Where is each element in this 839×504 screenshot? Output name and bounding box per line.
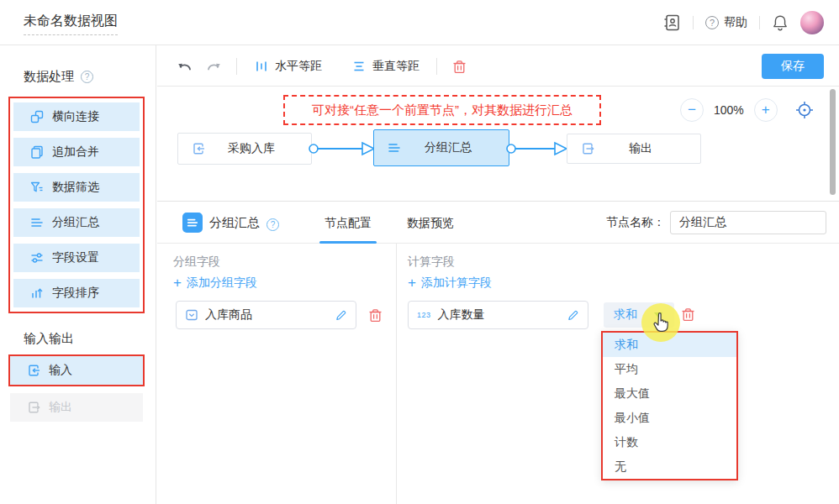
divider xyxy=(236,58,237,75)
sidebar-item-label: 追加合并 xyxy=(52,144,99,160)
group-summary-icon xyxy=(182,213,203,233)
topbar: 未命名数据视图 ? 帮助 xyxy=(0,0,839,45)
select-field-type-icon xyxy=(185,308,198,322)
filter-icon xyxy=(30,181,44,194)
node-label: 分组汇总 xyxy=(401,140,509,155)
input-icon xyxy=(192,142,205,155)
delete-node-button[interactable] xyxy=(450,57,468,76)
aggregation-value: 求和 xyxy=(614,307,637,323)
canvas-toolbar: 水平等距 垂直等距 保存 xyxy=(157,45,839,87)
sidebar-item-label: 字段排序 xyxy=(52,286,99,301)
calc-field-item[interactable]: 123 入库数量 xyxy=(408,301,588,329)
help-button[interactable]: ? 帮助 xyxy=(705,15,747,30)
tab-node-config[interactable]: 节点配置 xyxy=(325,202,372,244)
app-window: 未命名数据视图 ? 帮助 数据处理 ? 横向连接 xyxy=(0,0,839,504)
tab-data-preview[interactable]: 数据预览 xyxy=(407,202,454,244)
locate-icon[interactable] xyxy=(794,100,815,120)
sidebar-item-output-disabled: 输出 xyxy=(10,393,143,422)
sidebar-item-input[interactable]: 输入 xyxy=(10,356,143,385)
calc-fields-title: 计算字段 xyxy=(408,255,455,270)
plus-icon: + xyxy=(408,277,416,289)
zoom-out-button[interactable]: − xyxy=(680,98,704,122)
hand-cursor-icon xyxy=(651,311,671,338)
flow-canvas[interactable]: 可对接“任意一个前置节点”，对其数据进行汇总 − 100% + 采购入库 xyxy=(157,87,839,201)
edit-icon[interactable] xyxy=(567,309,579,322)
topbar-actions: ? 帮助 xyxy=(662,0,824,45)
divider xyxy=(693,16,694,29)
field-sort-icon xyxy=(30,286,44,300)
menu-item-min[interactable]: 最小值 xyxy=(603,406,736,430)
delete-group-field-icon[interactable] xyxy=(368,307,383,326)
vertical-scrollbar[interactable] xyxy=(830,89,836,195)
save-button[interactable]: 保存 xyxy=(762,54,824,79)
help-label: 帮助 xyxy=(724,15,747,30)
section-title-io: 输入输出 xyxy=(24,331,74,347)
address-book-icon[interactable] xyxy=(662,13,681,32)
add-calc-field-button[interactable]: + 添加计算字段 xyxy=(408,276,492,291)
annotation-callout: 可对接“任意一个前置节点”，对其数据进行汇总 xyxy=(283,95,601,125)
sidebar-item-append[interactable]: 追加合并 xyxy=(13,138,140,166)
delete-calc-field-icon[interactable] xyxy=(681,307,695,325)
user-avatar[interactable] xyxy=(800,11,824,34)
redo-button[interactable] xyxy=(204,57,223,76)
sidebar-item-group[interactable]: 分组汇总 xyxy=(13,208,140,237)
output-icon xyxy=(27,401,40,414)
node-label: 采购入库 xyxy=(205,141,311,156)
panel-title: 分组汇总 xyxy=(209,215,260,231)
connector-line xyxy=(307,138,377,160)
bell-icon[interactable] xyxy=(772,14,789,31)
menu-item-none[interactable]: 无 xyxy=(603,454,736,479)
panel-help-icon[interactable]: ? xyxy=(266,216,279,231)
group-field-item[interactable]: 入库商品 xyxy=(176,301,356,329)
sidebar-item-label: 输入 xyxy=(49,363,72,378)
node-name-label: 节点名称： xyxy=(606,215,665,230)
group-fields-column: 分组字段 + 添加分组字段 入库商品 xyxy=(157,244,397,504)
menu-item-max[interactable]: 最大值 xyxy=(603,381,736,406)
sidebar-item-filter[interactable]: 数据筛选 xyxy=(13,173,140,202)
sidebar-item-field-settings[interactable]: 字段设置 xyxy=(13,244,140,272)
output-icon xyxy=(581,142,594,155)
zoom-in-button[interactable]: + xyxy=(754,98,778,122)
section-title-data-processing: 数据处理 ? xyxy=(24,69,93,85)
sidebar-item-label: 横向连接 xyxy=(52,109,99,124)
menu-item-count[interactable]: 计数 xyxy=(603,430,736,454)
annotation-box-input: 输入 xyxy=(8,354,145,386)
divider xyxy=(436,58,437,75)
group-summary-icon xyxy=(388,141,401,155)
add-group-field-button[interactable]: + 添加分组字段 xyxy=(173,276,257,291)
flow-node-group-summary-selected[interactable]: 分组汇总 xyxy=(373,129,509,166)
field-name: 入库商品 xyxy=(205,307,328,323)
flow-node-output[interactable]: 输出 xyxy=(567,134,701,164)
view-title[interactable]: 未命名数据视图 xyxy=(24,13,118,35)
distribute-horizontal-button[interactable]: 水平等距 xyxy=(255,45,322,87)
panel-body: 分组字段 + 添加分组字段 入库商品 计算 xyxy=(157,244,839,504)
edit-icon[interactable] xyxy=(335,309,347,322)
annotation-box-processing: 横向连接 追加合并 数据筛选 分组汇总 字段设置 字段排序 xyxy=(8,97,145,313)
zoom-controls: − 100% + xyxy=(680,98,778,122)
main-area: 水平等距 垂直等距 保存 可对接“任意一个前置节点”，对其数据进行汇总 − 10… xyxy=(157,45,839,504)
aggregation-menu: 求和 平均 最大值 最小值 计数 无 xyxy=(601,331,738,480)
question-icon: ? xyxy=(705,16,719,29)
sidebar-item-label: 字段设置 xyxy=(52,250,99,265)
panel-header: 分组汇总 ? 节点配置 数据预览 节点名称： xyxy=(157,202,839,244)
input-icon xyxy=(27,364,40,377)
section-help-icon[interactable]: ? xyxy=(81,71,93,83)
group-fields-title: 分组字段 xyxy=(173,255,220,270)
sidebar-item-field-sort[interactable]: 字段排序 xyxy=(13,279,140,307)
node-name-input[interactable] xyxy=(670,211,826,234)
calc-fields-column: 计算字段 + 添加计算字段 123 入库数量 求和 xyxy=(397,244,839,504)
undo-button[interactable] xyxy=(176,57,194,76)
field-settings-icon xyxy=(30,251,44,265)
zoom-level: 100% xyxy=(714,103,744,117)
divider xyxy=(759,16,760,29)
menu-item-average[interactable]: 平均 xyxy=(603,357,736,381)
flow-node-source[interactable]: 采购入库 xyxy=(177,133,312,165)
sidebar-item-label: 分组汇总 xyxy=(52,215,99,230)
node-label: 输出 xyxy=(594,141,700,156)
sidebar-item-join[interactable]: 横向连接 xyxy=(13,102,140,131)
join-icon xyxy=(30,110,44,123)
node-name-group: 节点名称： xyxy=(606,211,826,234)
field-name: 入库数量 xyxy=(438,307,560,323)
distribute-vertical-button[interactable]: 垂直等距 xyxy=(352,45,420,87)
sidebar-item-label: 输出 xyxy=(49,400,72,415)
